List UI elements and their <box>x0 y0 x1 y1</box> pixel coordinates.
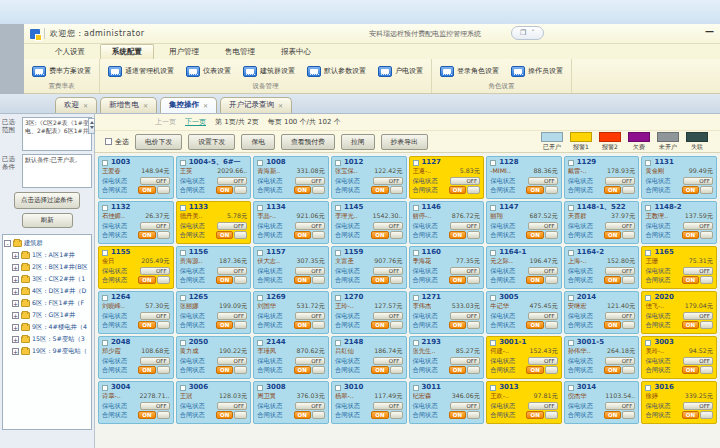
toolbar-button-设置下发[interactable]: 设置下发 <box>188 134 235 150</box>
chevron-down-icon[interactable]: ˅ <box>531 29 535 37</box>
protect-off-toggle[interactable]: OFF <box>217 267 247 275</box>
ribbon-button-费率方案设置[interactable]: 费率方案设置 <box>32 66 91 77</box>
meter-card-1157[interactable]: 1157 伏大志.. 307.35元 保电状态 OFF 合闸状态 ON <box>253 246 329 289</box>
card-checkbox[interactable] <box>257 295 263 301</box>
ribbon-tab-系统配置[interactable]: 系统配置 <box>100 44 154 59</box>
ribbon-button-操作员设置[interactable]: 操作员设置 <box>511 66 563 77</box>
tree-item[interactable]: + 19区：9#变电站（ <box>4 345 90 357</box>
meter-card-1160[interactable]: 1160 季海花 77.35元 保电状态 OFF 合闸状态 ON <box>409 246 485 289</box>
card-checkbox[interactable] <box>257 160 263 166</box>
meter-card-3008[interactable]: 3008 周卫翼 376.03元 保电状态 OFF 合闸状态 ON <box>253 381 329 424</box>
meter-card-1270[interactable]: 1270 王玲-.. 127.57元 保电状态 OFF 合闸状态 ON <box>331 291 407 334</box>
card-checkbox[interactable] <box>490 385 496 391</box>
toolbar-button-查看预付费[interactable]: 查看预付费 <box>281 134 335 150</box>
switch-on-toggle[interactable]: ON <box>604 411 621 419</box>
card-checkbox[interactable] <box>102 385 108 391</box>
protect-off-toggle[interactable]: OFF <box>373 312 403 320</box>
card-checkbox[interactable] <box>645 205 651 211</box>
protect-off-toggle[interactable]: OFF <box>683 222 713 230</box>
card-checkbox[interactable] <box>102 340 108 346</box>
doc-tab-欢迎[interactable]: 欢迎 ✕ <box>55 97 97 113</box>
meter-card-1265[interactable]: 1265 张丽娜 199.09元 保电状态 OFF 合闸状态 ON <box>176 291 252 334</box>
ribbon-tab-售电管理[interactable]: 售电管理 <box>214 45 266 59</box>
protect-off-toggle[interactable]: OFF <box>683 267 713 275</box>
next-page-link[interactable]: 下一页 <box>185 117 206 127</box>
protect-off-toggle[interactable]: OFF <box>605 312 635 320</box>
switch-on-toggle[interactable]: ON <box>371 366 388 374</box>
meter-card-1003[interactable]: 1003 王爱春 148.94元 保电状态 OFF 合闸状态 ON <box>98 156 174 199</box>
select-all[interactable]: 全选 <box>105 137 129 147</box>
doc-tab-新增售电[interactable]: 新增售电 ✕ <box>100 97 157 113</box>
meter-card-2020[interactable]: 2020 佳飞-.. 179.04元 保电状态 OFF 合闸状态 ON <box>641 291 717 334</box>
card-checkbox[interactable] <box>645 160 651 166</box>
switch-on-toggle[interactable]: ON <box>604 186 621 194</box>
protect-off-toggle[interactable]: OFF <box>140 402 170 410</box>
card-checkbox[interactable] <box>568 250 574 256</box>
meter-card-1155[interactable]: 1155 金日 205.49元 保电状态 OFF 合闸状态 ON <box>98 246 174 289</box>
card-checkbox[interactable] <box>490 160 496 166</box>
switch-on-toggle[interactable]: ON <box>449 366 466 374</box>
protect-off-toggle[interactable]: OFF <box>295 267 325 275</box>
switch-on-toggle[interactable]: ON <box>138 276 155 284</box>
meter-card-1004-5、6#一[interactable]: 1004-5、6#一 王英 2029.66.. 保电状态 OFF 合闸状态 ON <box>176 156 252 199</box>
protect-off-toggle[interactable]: OFF <box>140 357 170 365</box>
ribbon-button-仪表设置[interactable]: 仪表设置 <box>186 66 231 77</box>
ribbon-tab-用户管理[interactable]: 用户管理 <box>158 45 210 59</box>
meter-card-1156[interactable]: 1156 贵海源.. 187.36元 保电状态 OFF 合闸状态 ON <box>176 246 252 289</box>
card-checkbox[interactable] <box>180 250 186 256</box>
switch-on-toggle[interactable]: ON <box>682 186 699 194</box>
meter-card-2193[interactable]: 2193 张先生.. 85.27元 保电状态 OFF 合闸状态 ON <box>409 336 485 379</box>
meter-card-1145[interactable]: 1145 李理光.. 1542.30.. 保电状态 OFF 合闸状态 ON <box>331 201 407 244</box>
doc-tab-集控操作[interactable]: 集控操作 ✕ <box>160 97 217 113</box>
expand-icon[interactable]: + <box>12 264 19 271</box>
card-checkbox[interactable] <box>645 295 651 301</box>
switch-on-toggle[interactable]: ON <box>138 231 155 239</box>
card-checkbox[interactable] <box>490 250 496 256</box>
meter-card-1128[interactable]: 1128 -MIMI.. 88.36元 保电状态 OFF 合闸状态 ON <box>486 156 562 199</box>
protect-off-toggle[interactable]: OFF <box>605 267 635 275</box>
switch-on-toggle[interactable]: ON <box>526 276 543 284</box>
switch-on-toggle[interactable]: ON <box>294 231 311 239</box>
meter-card-1129[interactable]: 1129 戴雷-.. 178.93元 保电状态 OFF 合闸状态 ON <box>564 156 640 199</box>
switch-on-toggle[interactable]: ON <box>449 321 466 329</box>
ribbon-button-默认参数设置[interactable]: 默认参数设置 <box>307 66 366 77</box>
meter-card-2050[interactable]: 2050 黄力成 190.22元 保电状态 OFF 合闸状态 ON <box>176 336 252 379</box>
close-icon[interactable]: ✕ <box>278 102 283 109</box>
card-checkbox[interactable] <box>257 205 263 211</box>
meter-card-1159[interactable]: 1159 文富圣 907.76元 保电状态 OFF 合闸状态 ON <box>331 246 407 289</box>
card-checkbox[interactable] <box>413 250 419 256</box>
card-checkbox[interactable] <box>413 340 419 346</box>
switch-on-toggle[interactable]: ON <box>682 231 699 239</box>
card-checkbox[interactable] <box>490 295 496 301</box>
protect-off-toggle[interactable]: OFF <box>450 312 480 320</box>
protect-off-toggle[interactable]: OFF <box>140 312 170 320</box>
expand-icon[interactable]: + <box>12 288 19 295</box>
expand-icon[interactable]: + <box>12 276 19 283</box>
card-checkbox[interactable] <box>102 250 108 256</box>
meter-card-1146[interactable]: 1146 丽停-.. 876.72元 保电状态 OFF 合闸状态 ON <box>409 201 485 244</box>
card-checkbox[interactable] <box>413 205 419 211</box>
switch-on-toggle[interactable]: ON <box>294 366 311 374</box>
meter-card-1134[interactable]: 1134 李晶-.. 921.06元 保电状态 OFF 合闸状态 ON <box>253 201 329 244</box>
card-checkbox[interactable] <box>490 340 496 346</box>
protect-off-toggle[interactable]: OFF <box>217 177 247 185</box>
switch-on-toggle[interactable]: ON <box>371 231 388 239</box>
card-checkbox[interactable] <box>335 160 341 166</box>
card-checkbox[interactable] <box>180 295 186 301</box>
switch-on-toggle[interactable]: ON <box>294 411 311 419</box>
close-icon[interactable]: ✕ <box>203 102 208 109</box>
meter-card-3010[interactable]: 3010 杨翠-.. 117.49元 保电状态 OFF 合闸状态 ON <box>331 381 407 424</box>
switch-on-toggle[interactable]: ON <box>526 186 543 194</box>
switch-on-toggle[interactable]: ON <box>138 186 155 194</box>
protect-off-toggle[interactable]: OFF <box>683 357 713 365</box>
ribbon-button-通道管理机设置[interactable]: 通道管理机设置 <box>108 66 174 77</box>
meter-card-1271[interactable]: 1271 李伟杰 533.03元 保电状态 OFF 合闸状态 ON <box>409 291 485 334</box>
protect-off-toggle[interactable]: OFF <box>450 177 480 185</box>
ribbon-button-户电设置[interactable]: 户电设置 <box>378 66 423 77</box>
protect-off-toggle[interactable]: OFF <box>373 357 403 365</box>
protect-off-toggle[interactable]: OFF <box>450 267 480 275</box>
switch-on-toggle[interactable]: ON <box>449 231 466 239</box>
protect-off-toggle[interactable]: OFF <box>217 357 247 365</box>
protect-off-toggle[interactable]: OFF <box>683 402 713 410</box>
switch-on-toggle[interactable]: ON <box>138 411 155 419</box>
